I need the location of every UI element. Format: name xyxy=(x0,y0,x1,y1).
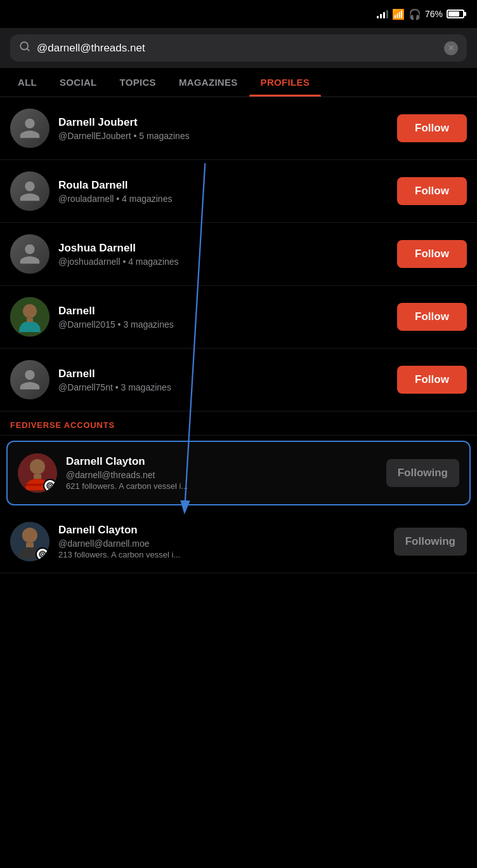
fediverse-section-header: FEDIVERSE ACCOUNTS xyxy=(0,411,477,436)
profile-name: Darnell xyxy=(58,368,388,380)
signal-icon xyxy=(377,10,388,18)
tab-profiles[interactable]: PROFILES xyxy=(249,68,321,97)
fediverse-item-darnell-moe: Darnell Clayton @darnell@darnell.moe 213… xyxy=(0,511,477,573)
fediverse-badge xyxy=(43,479,57,493)
following-button-darnell-moe[interactable]: Following xyxy=(394,528,467,556)
search-icon xyxy=(19,41,30,55)
follow-button-roula-darnell[interactable]: Follow xyxy=(397,177,467,205)
profile-name: Roula Darnell xyxy=(58,179,388,192)
tab-social[interactable]: SOCIAL xyxy=(48,68,108,97)
app-container: 📶 🎧 76% @darnell@threads.net ✕ ALL xyxy=(0,0,477,573)
svg-rect-9 xyxy=(34,474,41,479)
following-button-darnell-threads[interactable]: Following xyxy=(386,459,459,487)
status-icons: 📶 🎧 76% xyxy=(377,8,464,20)
profile-info-darnell2015: Darnell @Darnell2015 • 3 magazines xyxy=(58,305,388,330)
fediverse-section: FEDIVERSE ACCOUNTS xyxy=(0,411,477,573)
svg-point-14 xyxy=(22,528,37,543)
tab-topics[interactable]: TOPICS xyxy=(108,68,167,97)
profile-handle-meta: @joshuadarnell • 4 magazines xyxy=(58,257,388,267)
tab-magazines[interactable]: MAGAZINES xyxy=(167,68,249,97)
follow-button-darnell2015[interactable]: Follow xyxy=(397,303,467,331)
profile-name: Darnell Clayton xyxy=(66,455,377,468)
filter-tabs: ALL SOCIAL TOPICS MAGAZINES PROFILES xyxy=(0,68,477,97)
avatar-joshua-darnell xyxy=(10,234,49,274)
avatar-darnell75nt xyxy=(10,360,49,399)
profile-item-darnell-threads: Darnell Clayton @darnell@threads.net 621… xyxy=(8,442,469,504)
profile-item-joshua-darnell: Joshua Darnell @joshuadarnell • 4 magazi… xyxy=(0,223,477,286)
search-bar[interactable]: @darnell@threads.net ✕ xyxy=(10,34,467,62)
profile-info-darnell75nt: Darnell @Darnell75nt • 3 magazines xyxy=(58,368,388,392)
status-bar: 📶 🎧 76% xyxy=(0,0,477,28)
wifi-icon: 📶 xyxy=(392,8,405,20)
svg-rect-15 xyxy=(26,543,34,547)
svg-point-8 xyxy=(30,459,45,474)
profile-handle: @darnell@threads.net xyxy=(66,470,377,480)
profile-followers: 213 followers. A carbon vessel i... xyxy=(58,550,385,559)
avatar-darnell-moe xyxy=(10,522,49,561)
profile-info-roula-darnell: Roula Darnell @rouladarnell • 4 magazine… xyxy=(58,179,388,204)
battery-icon xyxy=(447,10,464,18)
search-input[interactable]: @darnell@threads.net xyxy=(37,42,438,55)
fediverse-item-highlighted: Darnell Clayton @darnell@threads.net 621… xyxy=(6,441,471,505)
svg-point-12 xyxy=(49,485,51,486)
follow-button-darnell-joubert[interactable]: Follow xyxy=(397,114,467,142)
headphone-icon: 🎧 xyxy=(408,8,421,20)
profile-followers: 621 followers. A carbon vessel i... xyxy=(66,481,377,491)
svg-point-5 xyxy=(23,304,37,318)
profile-info-darnell-moe: Darnell Clayton @darnell@darnell.moe 213… xyxy=(58,524,385,559)
battery-percentage: 76% xyxy=(425,9,443,19)
svg-rect-6 xyxy=(27,318,33,322)
avatar-roula-darnell xyxy=(10,171,49,211)
follow-button-darnell75nt[interactable]: Follow xyxy=(397,366,467,394)
svg-line-1 xyxy=(27,48,29,50)
profile-name: Darnell Joubert xyxy=(58,116,388,129)
profile-info-darnell-joubert: Darnell Joubert @DarnellEJoubert • 5 mag… xyxy=(58,116,388,141)
avatar-darnell-threads xyxy=(18,453,57,493)
profile-item-darnell75nt: Darnell @Darnell75nt • 3 magazines Follo… xyxy=(0,349,477,411)
clear-button[interactable]: ✕ xyxy=(444,41,458,55)
svg-point-17 xyxy=(42,554,43,555)
profile-item-darnell2015: Darnell @Darnell2015 • 3 magazines Follo… xyxy=(0,286,477,349)
profile-handle-meta: @Darnell2015 • 3 magazines xyxy=(58,319,388,330)
profile-item-roula-darnell: Roula Darnell @rouladarnell • 4 magazine… xyxy=(0,160,477,223)
profile-handle: @darnell@darnell.moe xyxy=(58,538,385,549)
profile-name: Darnell Clayton xyxy=(58,524,385,537)
profile-handle-meta: @Darnell75nt • 3 magazines xyxy=(58,382,388,392)
profile-item-darnell-joubert: Darnell Joubert @DarnellEJoubert • 5 mag… xyxy=(0,97,477,160)
fediverse-badge-2 xyxy=(36,547,49,561)
profile-name: Joshua Darnell xyxy=(58,242,388,255)
profiles-section: Darnell Joubert @DarnellEJoubert • 5 mag… xyxy=(0,97,477,573)
tab-all[interactable]: ALL xyxy=(6,68,48,97)
search-bar-container: @darnell@threads.net ✕ xyxy=(0,28,477,68)
avatar-darnell2015 xyxy=(10,297,49,337)
profile-info-darnell-threads: Darnell Clayton @darnell@threads.net 621… xyxy=(66,455,377,491)
profile-handle-meta: @rouladarnell • 4 magazines xyxy=(58,194,388,204)
profile-name: Darnell xyxy=(58,305,388,317)
profile-item-darnell-moe: Darnell Clayton @darnell@darnell.moe 213… xyxy=(0,511,477,573)
profile-handle-meta: @DarnellEJoubert • 5 magazines xyxy=(58,131,388,141)
avatar-darnell-joubert xyxy=(10,109,49,148)
profile-info-joshua-darnell: Joshua Darnell @joshuadarnell • 4 magazi… xyxy=(58,242,388,267)
profile-list: Darnell Joubert @DarnellEJoubert • 5 mag… xyxy=(0,97,477,411)
follow-button-joshua-darnell[interactable]: Follow xyxy=(397,240,467,268)
